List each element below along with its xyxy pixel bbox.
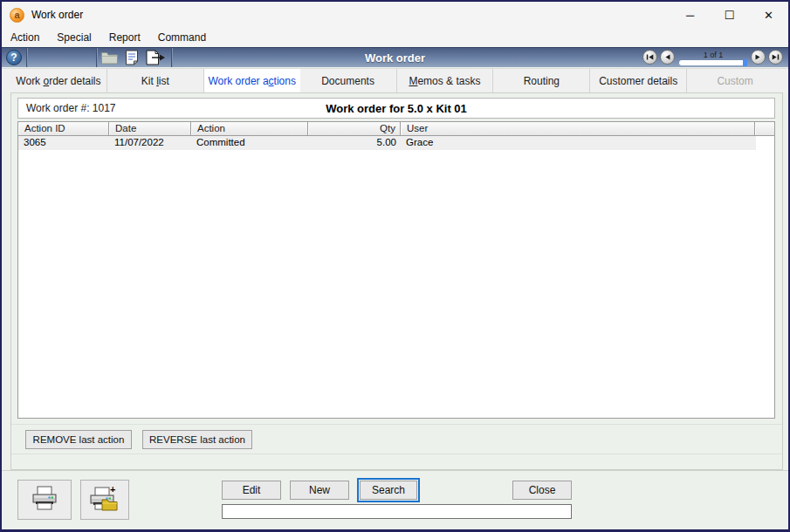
column-header-date[interactable]: Date <box>109 122 191 135</box>
table-header-row: Action ID Date Action Qty User <box>18 122 774 136</box>
cell-action: Committed <box>191 136 308 150</box>
work-order-header: Work order #: 1017 Work order for 5.0 x … <box>17 98 775 119</box>
work-order-title: Work order for 5.0 x Kit 01 <box>18 99 774 118</box>
maximize-button[interactable]: ☐ <box>710 2 749 28</box>
export-icon[interactable] <box>146 50 167 69</box>
record-slider-thumb[interactable] <box>743 59 747 66</box>
work-order-window: a Work order ─ ☐ ✕ Action Special Report… <box>0 0 790 532</box>
new-button[interactable]: New <box>290 481 349 500</box>
toolbar: Work order ? <box>2 47 788 67</box>
tab-work-order-actions[interactable]: Work order actions <box>204 69 300 92</box>
edit-button[interactable]: Edit <box>222 481 281 500</box>
remove-last-action-button[interactable]: REMOVE last action <box>25 430 132 449</box>
toolbar-separator <box>171 48 173 67</box>
app-icon: a <box>10 8 24 23</box>
print-to-file-button[interactable]: + <box>80 480 129 520</box>
tab-routing[interactable]: Routing <box>493 69 590 92</box>
table-row[interactable]: 3065 11/07/2022 Committed 5.00 Grace <box>18 136 756 150</box>
tab-customer-details[interactable]: Customer details <box>590 69 687 92</box>
toolbar-separator <box>26 48 28 67</box>
titlebar: a Work order ─ ☐ ✕ <box>2 2 788 28</box>
menu-action[interactable]: Action <box>2 28 48 47</box>
tab-work-order-details[interactable]: Work order details <box>10 69 107 92</box>
menu-special[interactable]: Special <box>48 28 100 47</box>
folder-icon[interactable] <box>100 50 119 69</box>
tab-kit-list[interactable]: Kit list <box>107 69 204 92</box>
column-header-action[interactable]: Action <box>191 122 308 135</box>
footer-bar: + Edit New Search Close <box>2 470 788 529</box>
window-controls: ─ ☐ ✕ <box>670 2 788 28</box>
work-order-actions-pane: Work order #: 1017 Work order for 5.0 x … <box>10 92 783 470</box>
cell-user: Grace <box>401 136 755 150</box>
memo-icon[interactable] <box>125 50 139 69</box>
printer-icon <box>30 485 59 515</box>
close-button[interactable]: Close <box>512 481 572 500</box>
record-position: 1 of 1 <box>679 51 747 59</box>
toolbar-separator <box>96 48 98 67</box>
actions-table: Action ID Date Action Qty User 3065 11/0… <box>17 121 775 419</box>
minimize-button[interactable]: ─ <box>670 2 710 28</box>
printer-plus-folder-icon: + <box>89 485 120 515</box>
window-title: Work order <box>31 9 83 21</box>
svg-text:+: + <box>110 485 115 494</box>
previous-record-icon[interactable] <box>660 50 675 65</box>
tab-custom: Custom <box>687 69 783 92</box>
help-icon[interactable]: ? <box>6 50 22 65</box>
cell-qty: 5.00 <box>308 136 401 150</box>
status-input[interactable] <box>222 504 572 519</box>
column-header-user[interactable]: User <box>401 122 755 135</box>
print-button[interactable] <box>17 480 72 520</box>
cell-date: 11/07/2022 <box>109 136 191 150</box>
first-record-icon[interactable] <box>642 50 657 65</box>
menu-command[interactable]: Command <box>149 28 215 47</box>
column-header-qty[interactable]: Qty <box>308 122 401 135</box>
close-window-button[interactable]: ✕ <box>749 2 788 28</box>
menu-report[interactable]: Report <box>100 28 149 47</box>
tabstrip: Work order details Kit list Work order a… <box>2 68 788 92</box>
search-button[interactable]: Search <box>360 481 417 500</box>
last-record-icon[interactable] <box>768 50 783 65</box>
column-header-filler <box>755 122 774 135</box>
tab-memos-tasks[interactable]: Memos & tasks <box>397 69 494 92</box>
reverse-last-action-button[interactable]: REVERSE last action <box>142 430 252 449</box>
next-record-icon[interactable] <box>751 50 766 65</box>
menubar: Action Special Report Command <box>2 28 788 47</box>
column-header-action-id[interactable]: Action ID <box>18 122 109 135</box>
record-navigator: 1 of 1 <box>642 50 784 66</box>
record-slider[interactable] <box>679 60 747 65</box>
cell-action-id: 3065 <box>18 136 109 150</box>
search-focus-ring: Search <box>357 478 420 502</box>
action-button-strip: REMOVE last action REVERSE last action <box>11 424 782 454</box>
tab-documents[interactable]: Documents <box>300 69 397 92</box>
